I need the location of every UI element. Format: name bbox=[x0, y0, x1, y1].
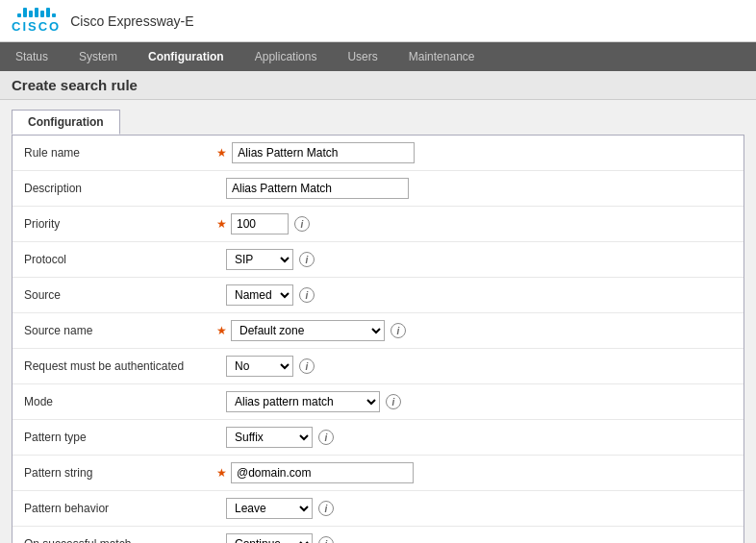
table-row: Request must be authenticated No Yes i bbox=[13, 349, 743, 384]
field-cell-rule-name: ★ bbox=[205, 136, 743, 171]
field-cell-protocol: SIP H.323 Any i bbox=[205, 242, 743, 278]
table-row: Description bbox=[13, 171, 743, 207]
field-label-protocol: Protocol bbox=[13, 242, 205, 278]
mode-info-icon[interactable]: i bbox=[386, 394, 401, 409]
table-row: Source name ★ Default zone Traversal zon… bbox=[13, 313, 743, 349]
source-name-info-icon[interactable]: i bbox=[391, 323, 406, 338]
required-star: ★ bbox=[216, 324, 227, 337]
nav-item-system[interactable]: System bbox=[63, 42, 133, 71]
field-cell-pattern-behavior: Leave Strip Replace i bbox=[205, 491, 743, 527]
cisco-logo-icon: CISCO bbox=[12, 8, 61, 34]
field-label-on-success: On successful match bbox=[13, 527, 205, 544]
field-label-source-name: Source name bbox=[13, 313, 205, 349]
field-label-auth: Request must be authenticated bbox=[13, 349, 205, 384]
logo-bar bbox=[46, 8, 50, 17]
description-input[interactable] bbox=[226, 178, 409, 199]
main-content: Configuration Rule name ★ Description bbox=[0, 100, 756, 543]
table-row: Source Named Any All i bbox=[13, 278, 743, 313]
header: CISCO Cisco Expressway-E bbox=[0, 0, 756, 42]
logo-bar bbox=[52, 13, 56, 17]
field-label-description: Description bbox=[13, 171, 205, 207]
table-row: Priority ★ i bbox=[13, 207, 743, 242]
pattern-type-info-icon[interactable]: i bbox=[318, 430, 334, 445]
table-row: Rule name ★ bbox=[13, 136, 743, 171]
nav-item-applications[interactable]: Applications bbox=[239, 42, 333, 71]
field-cell-priority: ★ i bbox=[205, 207, 743, 242]
required-star: ★ bbox=[216, 146, 227, 160]
field-label-pattern-type: Pattern type bbox=[13, 420, 205, 456]
field-label-pattern-string: Pattern string bbox=[13, 456, 205, 491]
required-star: ★ bbox=[216, 466, 227, 480]
nav-bar: Status System Configuration Applications… bbox=[0, 42, 756, 71]
tab-bar: Configuration bbox=[12, 110, 744, 135]
field-cell-pattern-type: Suffix Prefix Exact Regex i bbox=[205, 420, 743, 456]
table-row: Mode Alias pattern match Any alias Any i bbox=[13, 384, 743, 420]
logo-bar bbox=[40, 11, 44, 17]
field-cell-source-name: ★ Default zone Traversal zone LocalZone … bbox=[205, 313, 743, 349]
field-label-mode: Mode bbox=[13, 384, 205, 420]
protocol-select[interactable]: SIP H.323 Any bbox=[226, 249, 293, 270]
form-table: Rule name ★ Description Priority bbox=[13, 136, 743, 543]
rule-name-input[interactable] bbox=[232, 142, 415, 163]
auth-select[interactable]: No Yes bbox=[226, 356, 293, 377]
field-cell-on-success: Continue Stop i bbox=[205, 527, 743, 544]
table-row: Pattern type Suffix Prefix Exact Regex i bbox=[13, 420, 743, 456]
table-row: Pattern behavior Leave Strip Replace i bbox=[13, 491, 743, 527]
pattern-type-select[interactable]: Suffix Prefix Exact Regex bbox=[226, 427, 313, 448]
field-label-source: Source bbox=[13, 278, 205, 313]
logo-bar bbox=[29, 11, 33, 17]
nav-item-status[interactable]: Status bbox=[0, 42, 63, 71]
priority-info-icon[interactable]: i bbox=[294, 216, 310, 232]
field-cell-source: Named Any All i bbox=[205, 278, 743, 313]
table-row: On successful match Continue Stop i bbox=[13, 527, 743, 544]
field-label-rule-name: Rule name bbox=[13, 136, 205, 171]
page-title: Create search rule bbox=[0, 71, 756, 100]
pattern-string-input[interactable] bbox=[231, 462, 414, 483]
pattern-behavior-info-icon[interactable]: i bbox=[318, 501, 334, 516]
logo-wrapper: CISCO Cisco Expressway-E bbox=[12, 8, 194, 34]
auth-info-icon[interactable]: i bbox=[299, 358, 315, 374]
table-row: Pattern string ★ bbox=[13, 456, 743, 491]
field-cell-pattern-string: ★ bbox=[205, 456, 743, 491]
on-success-select[interactable]: Continue Stop bbox=[226, 533, 313, 543]
field-cell-mode: Alias pattern match Any alias Any i bbox=[205, 384, 743, 420]
required-star: ★ bbox=[216, 217, 227, 231]
source-info-icon[interactable]: i bbox=[299, 287, 315, 303]
field-label-priority: Priority bbox=[13, 207, 205, 242]
table-row: Protocol SIP H.323 Any i bbox=[13, 242, 743, 278]
nav-item-maintenance[interactable]: Maintenance bbox=[393, 42, 491, 71]
tab-configuration[interactable]: Configuration bbox=[12, 110, 120, 135]
logo-bar bbox=[17, 13, 21, 17]
nav-item-configuration[interactable]: Configuration bbox=[133, 42, 239, 71]
logo-bar bbox=[35, 8, 38, 17]
protocol-info-icon[interactable]: i bbox=[299, 252, 315, 267]
device-name: Cisco Expressway-E bbox=[70, 13, 193, 29]
source-select[interactable]: Named Any All bbox=[226, 284, 293, 306]
logo-bar bbox=[23, 8, 27, 17]
pattern-behavior-select[interactable]: Leave Strip Replace bbox=[226, 498, 313, 519]
nav-item-users[interactable]: Users bbox=[332, 42, 392, 71]
field-label-pattern-behavior: Pattern behavior bbox=[13, 491, 205, 527]
priority-input[interactable] bbox=[231, 213, 289, 234]
mode-select[interactable]: Alias pattern match Any alias Any bbox=[226, 391, 380, 412]
field-cell-auth: No Yes i bbox=[205, 349, 743, 384]
source-name-select[interactable]: Default zone Traversal zone LocalZone bbox=[231, 320, 385, 341]
on-success-info-icon[interactable]: i bbox=[318, 536, 334, 543]
configuration-panel: Rule name ★ Description Priority bbox=[12, 135, 744, 543]
cisco-text: CISCO bbox=[12, 19, 61, 34]
field-cell-description bbox=[205, 171, 743, 207]
